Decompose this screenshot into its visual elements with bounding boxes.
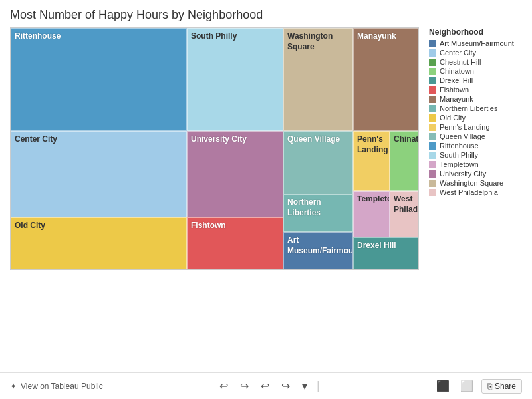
legend-item-label: University City <box>440 170 486 178</box>
treemap-cell-label: Washington Square <box>287 31 349 52</box>
legend-item-label: Templetown <box>440 160 479 168</box>
legend-color-swatch <box>429 170 436 178</box>
footer-left: ✦ View on Tableau Public <box>10 382 103 391</box>
legend-item-label: Old City <box>440 114 466 122</box>
legend-item: Penn's Landing <box>429 123 522 131</box>
treemap-cell[interactable]: Fishtown <box>187 217 283 270</box>
chart-content: RittenhouseSouth PhillyWashington Square… <box>0 27 532 369</box>
legend-item-label: Center City <box>440 49 476 57</box>
legend-color-swatch <box>429 77 436 84</box>
treemap-cell[interactable]: Art Museum/Fairmount <box>283 232 353 270</box>
legend-item-label: Chestnut Hill <box>440 58 481 66</box>
legend-item: Templetown <box>429 160 522 168</box>
treemap-cell[interactable]: University City <box>187 131 283 217</box>
undo-button[interactable]: ↩ <box>217 378 231 394</box>
treemap-cell-label: Manayunk <box>357 31 396 42</box>
chart-area: RittenhouseSouth PhillyWashington Square… <box>10 27 419 362</box>
treemap-cell-label: Art Museum/Fairmount <box>287 235 353 256</box>
share-button[interactable]: ⎘ Share <box>481 379 522 394</box>
legend-item: South Philly <box>429 151 522 159</box>
treemap-cell-label: Drexel Hill <box>357 241 396 251</box>
treemap-cell[interactable]: Rittenhouse <box>11 28 187 131</box>
legend-item: Art Museum/Fairmount <box>429 39 522 47</box>
legend-item: Drexel Hill <box>429 76 522 84</box>
legend-item-label: South Philly <box>440 151 478 159</box>
legend-item-label: Queen Village <box>440 132 485 140</box>
legend-title: Neighborhood <box>429 27 522 37</box>
treemap-cell[interactable]: South Philly <box>187 28 283 131</box>
treemap-cell-label: Rittenhouse <box>15 31 61 42</box>
legend-item-label: Manayunk <box>440 95 473 103</box>
treemap-cell-label: West Philadelphia <box>394 194 419 215</box>
redo-button[interactable]: ↪ <box>237 378 251 394</box>
legend-item: Rittenhouse <box>429 142 522 150</box>
legend-color-swatch <box>429 105 436 112</box>
legend-item-label: Washington Square <box>440 179 503 187</box>
share-label: Share <box>495 382 516 391</box>
legend-item-label: Drexel Hill <box>440 76 473 84</box>
treemap-cell-label: Center City <box>15 134 57 145</box>
treemap-cell-label: South Philly <box>191 31 237 42</box>
legend-color-swatch <box>429 59 436 66</box>
legend-item: Northern Liberties <box>429 104 522 112</box>
legend-color-swatch <box>429 133 436 140</box>
legend-items: Art Museum/Fairmount Center City Chestnu… <box>429 39 522 196</box>
undo2-button[interactable]: ↩ <box>258 378 272 394</box>
treemap-cell[interactable]: West Philadelphia <box>390 191 419 237</box>
legend-color-swatch <box>429 86 436 94</box>
footer: ✦ View on Tableau Public ↩ ↪ ↩ ↪ ▾ | ⬛ ⬜… <box>0 372 532 399</box>
download-button[interactable]: ⬛ <box>434 378 452 394</box>
legend-item-label: Rittenhouse <box>440 142 479 150</box>
dropdown-button[interactable]: ▾ <box>299 378 310 394</box>
legend-item: Fishtown <box>429 86 522 94</box>
tableau-icon: ✦ <box>10 382 17 391</box>
legend-item-label: Chinatown <box>440 67 474 75</box>
treemap-cell-label: Fishtown <box>191 221 226 231</box>
legend-color-swatch <box>429 49 436 57</box>
footer-center: ↩ ↪ ↩ ↪ ▾ | <box>217 378 320 394</box>
legend-color-swatch <box>429 189 436 196</box>
legend-color-swatch <box>429 142 436 150</box>
chart-title: Most Number of Happy Hours by Neighborho… <box>10 8 522 22</box>
treemap-cell[interactable]: Drexel Hill <box>353 237 419 270</box>
legend-item: Chestnut Hill <box>429 58 522 66</box>
footer-right: ⬛ ⬜ ⎘ Share <box>434 378 522 394</box>
legend-item-label: Fishtown <box>440 86 469 94</box>
legend-item: Washington Square <box>429 179 522 187</box>
legend: Neighborhood Art Museum/Fairmount Center… <box>419 27 522 362</box>
legend-color-swatch <box>429 161 436 168</box>
treemap-cell[interactable]: Templetown <box>353 191 390 237</box>
treemap-cell[interactable]: Northern Liberties <box>283 194 353 232</box>
legend-color-swatch <box>429 152 436 159</box>
treemap-cell[interactable]: Center City <box>11 131 187 217</box>
treemap-cell-label: Northern Liberties <box>287 198 349 218</box>
treemap-cell[interactable]: Washington Square <box>283 28 353 131</box>
redo2-button[interactable]: ↪ <box>279 378 293 394</box>
divider: | <box>317 379 320 393</box>
legend-color-swatch <box>429 68 436 75</box>
treemap: RittenhouseSouth PhillyWashington Square… <box>10 27 419 270</box>
legend-item-label: Art Museum/Fairmount <box>440 39 514 47</box>
treemap-cell[interactable]: Old City <box>11 217 187 270</box>
treemap-cell-label: Templetown <box>357 194 390 205</box>
legend-item-label: Penn's Landing <box>440 123 490 131</box>
legend-color-swatch <box>429 40 436 47</box>
fullscreen-button[interactable]: ⬜ <box>458 378 476 394</box>
treemap-cell[interactable]: Penn's Landing <box>353 131 390 191</box>
legend-color-swatch <box>429 114 436 122</box>
legend-item: University City <box>429 170 522 178</box>
legend-color-swatch <box>429 180 436 187</box>
legend-item: Queen Village <box>429 132 522 140</box>
treemap-cell-label: Chinatown <box>394 134 419 145</box>
treemap-cell-label: Penn's Landing <box>357 134 388 155</box>
tableau-link[interactable]: View on Tableau Public <box>21 382 103 391</box>
chart-header: Most Number of Happy Hours by Neighborho… <box>0 0 532 27</box>
treemap-cell[interactable]: Chinatown <box>390 131 419 191</box>
treemap-cell-label: Old City <box>15 221 45 231</box>
legend-item-label: West Philadelphia <box>440 188 498 196</box>
treemap-cell[interactable]: Manayunk <box>353 28 419 131</box>
share-icon: ⎘ <box>487 382 492 391</box>
legend-item: Center City <box>429 49 522 57</box>
legend-color-swatch <box>429 124 436 131</box>
treemap-cell[interactable]: Queen Village <box>283 131 353 194</box>
